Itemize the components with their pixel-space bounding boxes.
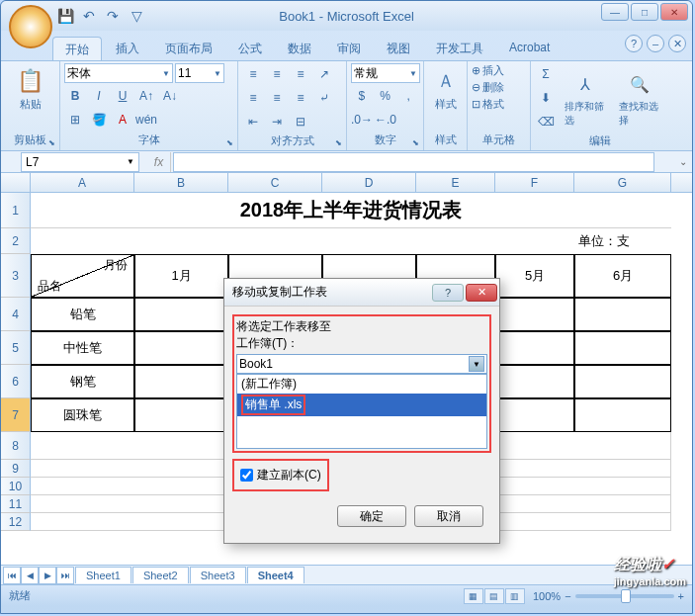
font-color-button[interactable]: A [112,109,133,131]
clear-button[interactable]: ⌫ [535,111,557,132]
rowhdr-12[interactable]: 12 [1,513,31,531]
col-G[interactable]: G [574,173,671,192]
zoom-in-button[interactable]: + [678,590,684,602]
maximize-button[interactable]: □ [631,3,658,21]
minimize-button[interactable]: — [601,3,629,21]
tab-home[interactable]: 开始 [52,37,102,60]
rowhdr-3[interactable]: 3 [1,254,31,298]
before-sheet-listbox[interactable]: (新工作簿) 销售单 .xls [236,374,487,449]
cell-A6[interactable]: 钢笔 [31,365,134,398]
tab-acrobat[interactable]: Acrobat [497,37,562,60]
fill-color-button[interactable]: 🪣 [88,109,110,131]
styles-button[interactable]: Ａ 样式 [428,63,463,114]
zoom-value[interactable]: 100% [533,590,561,602]
col-D[interactable]: D [322,173,416,192]
tab-insert[interactable]: 插入 [104,37,151,60]
number-format-combo[interactable]: 常规▼ [351,63,420,83]
tab-data[interactable]: 数据 [276,37,323,60]
cancel-button[interactable]: 取消 [414,505,483,527]
cell-B3[interactable]: 1月 [134,254,228,298]
sheet-tab-1[interactable]: Sheet1 [75,567,131,583]
zoom-out-button[interactable]: − [565,590,570,602]
help-icon[interactable]: ? [625,35,643,52]
autosum-button[interactable]: Σ [535,63,557,85]
wrap-text-button[interactable]: ⤶ [313,87,335,109]
prev-sheet-button[interactable]: ◀ [21,567,39,584]
align-bottom-button[interactable]: ≡ [290,63,311,85]
rowhdr-4[interactable]: 4 [1,298,31,331]
page-break-button[interactable]: ▥ [505,588,525,604]
fill-button[interactable]: ⬇ [535,87,557,109]
dialog-help-button[interactable]: ? [432,284,464,302]
col-C[interactable]: C [228,173,322,192]
font-launcher-icon[interactable]: ⬊ [223,136,235,148]
cell-unit[interactable]: 单位：支 [574,228,671,254]
list-item-selected[interactable]: 销售单 .xls [237,394,486,416]
close-button[interactable]: ✕ [660,3,688,21]
clipboard-launcher-icon[interactable]: ⬊ [45,136,57,148]
name-box[interactable]: L7 ▼ [21,152,139,172]
sheet-tab-2[interactable]: Sheet2 [132,567,189,583]
align-left-button[interactable]: ≡ [242,87,264,109]
zoom-slider[interactable] [575,594,674,598]
cell-A4[interactable]: 铅笔 [31,298,134,331]
cell-F4[interactable] [495,298,574,331]
indent-right-button[interactable]: ⇥ [266,111,288,132]
cell-F6[interactable] [495,365,574,398]
cell-F7[interactable] [495,398,574,432]
cell-B6[interactable] [134,365,228,398]
italic-button[interactable]: I [88,85,110,107]
border-button[interactable]: ⊞ [64,109,86,131]
rowhdr-5[interactable]: 5 [1,331,31,365]
select-all-corner[interactable] [1,173,31,192]
rowhdr-10[interactable]: 10 [1,478,31,495]
qat-more-icon[interactable]: ▽ [126,5,147,27]
workbook-combo[interactable]: Book1 ▼ [236,354,487,374]
page-layout-button[interactable]: ▤ [484,588,504,604]
cell-F5[interactable] [495,331,574,365]
align-right-button[interactable]: ≡ [290,87,311,109]
rowhdr-11[interactable]: 11 [1,495,31,513]
rowhdr-2[interactable]: 2 [1,228,31,254]
tab-formulas[interactable]: 公式 [226,37,274,60]
zoom-thumb[interactable] [621,589,631,603]
tab-developer[interactable]: 开发工具 [424,37,495,60]
close-workbook-icon[interactable]: ✕ [668,35,686,52]
align-middle-button[interactable]: ≡ [266,63,288,85]
cell-G4[interactable] [574,298,671,331]
create-copy-checkbox[interactable] [240,469,253,482]
align-top-button[interactable]: ≡ [242,63,264,85]
tab-view[interactable]: 视图 [375,37,422,60]
cell-G5[interactable] [574,331,671,365]
expand-formula-icon[interactable]: ⌄ [674,156,692,167]
rowhdr-7[interactable]: 7 [1,398,31,432]
decrease-decimal-button[interactable]: ←.0 [375,109,396,131]
cell-title[interactable]: 2018年上半年进货情况表 [31,193,671,228]
underline-button[interactable]: U [112,85,133,107]
sheet-tab-4[interactable]: Sheet4 [247,567,304,583]
indent-left-button[interactable]: ⇤ [242,111,264,132]
sheet-tab-3[interactable]: Sheet3 [190,567,246,583]
cell-G3[interactable]: 6月 [574,254,671,298]
first-sheet-button[interactable]: ⏮ [3,567,21,584]
tab-pagelayout[interactable]: 页面布局 [153,37,224,60]
cell-G6[interactable] [574,365,671,398]
fx-button[interactable]: fx [147,152,171,172]
minimize-ribbon-icon[interactable]: – [647,35,664,52]
phonetic-button[interactable]: wén [135,109,157,131]
list-item-new[interactable]: (新工作簿) [237,375,486,394]
font-name-combo[interactable]: 宋体▼ [64,63,173,83]
undo-icon[interactable]: ↶ [78,5,100,27]
dialog-titlebar[interactable]: 移动或复制工作表 ? ✕ [224,279,499,307]
font-size-combo[interactable]: 11▼ [175,63,224,83]
col-E[interactable]: E [416,173,495,192]
format-cells-button[interactable]: ⊡ 格式 [472,97,526,112]
cell-header-diag[interactable]: 月份 品名 [31,254,134,298]
number-launcher-icon[interactable]: ⬊ [409,136,421,148]
sort-filter-button[interactable]: ⅄ 排序和筛选 [559,66,611,130]
dialog-close-button[interactable]: ✕ [466,284,497,302]
find-select-button[interactable]: 🔍 查找和选择 [613,66,665,130]
cell-B4[interactable] [134,298,228,331]
orientation-button[interactable]: ↗ [313,63,335,85]
cell-A7[interactable]: 圆珠笔 [31,398,134,432]
